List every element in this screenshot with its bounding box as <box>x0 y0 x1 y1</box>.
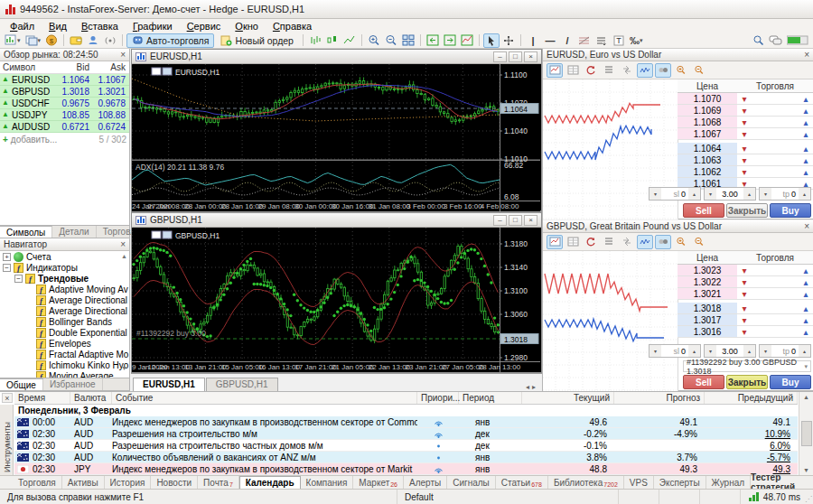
sl-up-button[interactable]: ▴ <box>688 345 700 357</box>
tree-item-indicator[interactable]: fMoving Average <box>0 370 129 378</box>
zoom-in-icon[interactable] <box>673 235 689 249</box>
buy-at-price-button[interactable]: ▴ <box>799 143 813 154</box>
candle-chart-type-button[interactable] <box>324 33 341 48</box>
zoom-in-button[interactable] <box>366 33 382 48</box>
chart-window-gbpusd[interactable]: GBPUSD,H1 – □ × #11392292 buy 3.001.3180… <box>131 212 542 373</box>
tab-common[interactable]: Общие <box>0 378 43 390</box>
bid-row[interactable]: 1.3018▾▴ <box>678 303 813 314</box>
tree-item-trend-folder[interactable]: −fТрендовые <box>0 273 129 284</box>
buy-at-price-button[interactable]: ▴ <box>799 314 813 325</box>
tab-calendar[interactable]: Календарь <box>239 476 301 489</box>
collapse-icon[interactable]: − <box>3 264 11 272</box>
tp-down-button[interactable]: ▾ <box>760 188 771 200</box>
calendar-scrollbar[interactable]: ▲ ▼ <box>799 392 813 475</box>
position-selector[interactable]: #11392292 buy 3.00 GBPUSD 1.3018▾ <box>683 360 811 372</box>
trendline-tool-button[interactable]: / <box>559 33 575 48</box>
text-tool-button[interactable]: T <box>611 33 627 48</box>
menu-help[interactable]: Справка <box>266 21 319 32</box>
tab-mail[interactable]: Почта7 <box>198 476 239 489</box>
buy-at-price-button[interactable]: ▴ <box>799 117 813 127</box>
auto-scroll-button[interactable] <box>442 33 458 48</box>
sl-up-button[interactable]: ▴ <box>688 188 700 200</box>
tree-item-indicator[interactable]: fBollinger Bands <box>0 316 129 327</box>
tab-symbols[interactable]: Символы <box>0 226 52 238</box>
depth-grid-icon[interactable] <box>565 235 581 249</box>
chart-shift-button[interactable] <box>425 33 441 48</box>
sell-at-price-button[interactable]: ▾ <box>737 117 752 127</box>
ask-row[interactable]: 1.3022▾▴ <box>678 276 813 288</box>
lot-stepper[interactable]: ▾3.00▴ <box>704 187 756 201</box>
chart-window-eurusd[interactable]: EURUSD,H1 – □ × ADX(14) 20.21 11.38 9.76… <box>131 49 542 211</box>
mdi-tab-gbpusd[interactable]: GBPUSD,H1 <box>206 378 278 391</box>
toolbox-close-icon[interactable]: × <box>2 393 13 403</box>
sell-at-price-button[interactable]: ▾ <box>737 166 752 177</box>
tab-assets[interactable]: Активы <box>62 476 105 489</box>
tab-favorites[interactable]: Избранное <box>43 378 103 390</box>
chart-window-titlebar[interactable]: GBPUSD,H1 – □ × <box>132 213 541 228</box>
signals-button[interactable] <box>102 33 118 48</box>
buy-at-price-button[interactable]: ▴ <box>799 154 813 165</box>
sell-at-price-button[interactable]: ▾ <box>737 154 752 165</box>
sell-at-price-button[interactable]: ▾ <box>737 93 752 104</box>
resize-grip[interactable]: ⋰ <box>805 495 812 503</box>
bid-row[interactable]: 1.1064▾▴ <box>678 143 813 154</box>
sell-button[interactable]: Sell <box>683 375 724 389</box>
orderbook-icon[interactable] <box>601 63 617 78</box>
mdi-tab-eurusd[interactable]: EURUSD,H1 <box>133 378 205 391</box>
bid-row[interactable]: 1.1063▾▴ <box>678 154 813 166</box>
fibonacci-tool-button[interactable] <box>576 33 593 48</box>
minimize-icon[interactable]: – <box>493 215 507 226</box>
menu-tools[interactable]: Сервис <box>180 21 229 32</box>
indicators-button[interactable] <box>459 33 475 48</box>
depth-grid-icon[interactable] <box>565 63 581 78</box>
window-titlebar[interactable]: 9449562 - InstaForex-Server: Демо-счет -… <box>0 0 813 19</box>
scroll-up-icon[interactable]: ▲ <box>121 253 127 259</box>
zoom-in-icon[interactable] <box>673 63 689 78</box>
tab-history[interactable]: История <box>105 476 152 489</box>
tp-up-button[interactable]: ▴ <box>799 188 810 200</box>
group-ticks-icon[interactable] <box>655 63 671 78</box>
profiles-button[interactable]: ▾ <box>23 33 43 48</box>
bid-row[interactable]: 1.1062▾▴ <box>678 166 813 178</box>
tab-articles[interactable]: Статьи678 <box>496 476 548 489</box>
horizontal-line-tool-button[interactable]: — <box>542 33 558 48</box>
new-chart-button[interactable]: ▾ <box>3 33 23 48</box>
tp-down-button[interactable]: ▾ <box>760 345 771 357</box>
calendar-event-row[interactable]: 02:30 AUD Разрешения на строительство м/… <box>14 428 798 440</box>
buy-at-price-button[interactable]: ▴ <box>799 166 813 177</box>
sell-at-price-button[interactable]: ▾ <box>737 326 752 337</box>
close-icon[interactable]: × <box>524 51 537 62</box>
objects-list-button[interactable] <box>593 33 610 48</box>
sell-at-price-button[interactable]: ▾ <box>737 105 752 116</box>
bid-row[interactable]: 1.3017▾▴ <box>678 314 813 326</box>
tab-trade[interactable]: Торговля <box>13 476 62 489</box>
close-button[interactable]: Закрыть <box>726 375 768 389</box>
lot-down-button[interactable]: ▾ <box>705 188 716 200</box>
depth-close-icon[interactable]: × <box>804 221 809 231</box>
tab-signals[interactable]: Сигналы <box>447 476 496 489</box>
ask-row[interactable]: 1.3023▾▴ <box>678 265 813 276</box>
market-watch-close-icon[interactable]: × <box>120 50 126 60</box>
export-icon[interactable] <box>619 63 635 78</box>
buy-at-price-button[interactable]: ▴ <box>799 93 813 104</box>
tile-windows-button[interactable] <box>400 33 416 48</box>
buy-at-price-button[interactable]: ▴ <box>799 105 813 116</box>
ask-row[interactable]: 1.3021▾▴ <box>678 288 813 300</box>
close-icon[interactable]: × <box>524 215 537 226</box>
chat-icon[interactable] <box>767 33 784 48</box>
sell-at-price-button[interactable]: ▾ <box>737 143 752 154</box>
ask-row[interactable]: 1.1069▾▴ <box>678 105 813 117</box>
menu-view[interactable]: Вид <box>42 21 74 32</box>
tree-item-accounts[interactable]: +Счета <box>0 251 129 262</box>
menu-window[interactable]: Окно <box>228 21 266 32</box>
new-order-button[interactable]: Новый ордер <box>215 33 299 48</box>
tick-chart-gbpusd[interactable] <box>543 251 678 391</box>
zoom-out-icon[interactable] <box>691 63 707 78</box>
tabs-scroll-left-icon[interactable]: ◂ <box>526 383 532 391</box>
group-ticks-icon[interactable] <box>655 235 671 249</box>
cursor-tool-button[interactable] <box>483 33 500 48</box>
tab-market[interactable]: Маркет26 <box>353 476 404 489</box>
symbol-row-usdjpy[interactable]: ▲USDJPY108.85108.88 <box>0 109 129 121</box>
tree-item-indicator[interactable]: fAverage Directional <box>0 305 129 316</box>
calendar-event-row[interactable]: 02:30 AUD Разрешения на строительство ча… <box>14 440 798 452</box>
